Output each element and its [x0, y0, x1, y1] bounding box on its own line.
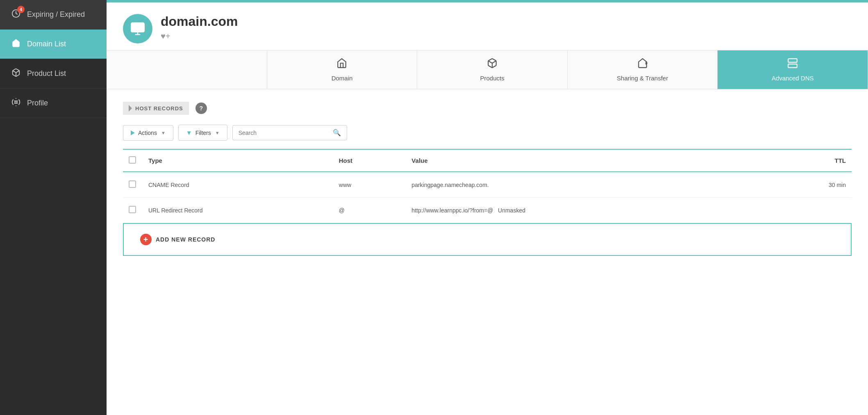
- actions-chevron: ▼: [161, 130, 166, 135]
- search-icon[interactable]: 🔍: [333, 129, 341, 137]
- row2-value: http://www.learnppc.io/?from=@ Unmasked: [406, 198, 768, 223]
- sidebar-item-expiring-label: Expiring / Expired: [27, 10, 85, 19]
- sidebar: Expiring / Expired 4 Domain List Product…: [0, 0, 107, 415]
- advanced-dns-tab-icon: [787, 58, 798, 71]
- row1-host: www: [333, 172, 406, 198]
- tab-products[interactable]: Products: [417, 50, 568, 89]
- sharing-tab-icon: [637, 58, 648, 71]
- row2-host: @: [333, 198, 406, 223]
- domain-info: domain.com ♥+: [161, 14, 238, 41]
- domain-avatar: [123, 14, 152, 43]
- filters-chevron: ▼: [215, 130, 220, 135]
- col-checkbox: [123, 149, 143, 172]
- domain-list-icon: [11, 39, 20, 50]
- add-new-record-button[interactable]: + ADD NEW RECORD: [140, 234, 215, 245]
- tab-domain-label: Domain: [332, 75, 353, 82]
- col-ttl: TTL: [768, 149, 852, 172]
- row1-checkbox[interactable]: [129, 180, 136, 188]
- col-type: Type: [143, 149, 333, 172]
- table-header-row: Type Host Value TTL: [123, 149, 852, 172]
- add-record-row: + ADD NEW RECORD: [123, 223, 852, 256]
- col-host: Host: [333, 149, 406, 172]
- expiring-badge: 4: [17, 6, 25, 13]
- plus-circle-icon: +: [140, 234, 152, 245]
- svg-point-2: [15, 101, 17, 103]
- sidebar-item-domain-list-label: Domain List: [27, 40, 66, 48]
- table-row: CNAME Record www parkingpage.namecheap.c…: [123, 172, 852, 198]
- tab-sharing-label: Sharing & Transfer: [617, 75, 668, 82]
- search-input[interactable]: [239, 130, 333, 136]
- sidebar-item-profile-label: Profile: [27, 99, 48, 107]
- tab-advanced-dns[interactable]: Advanced DNS: [718, 50, 868, 89]
- row2-type: URL Redirect Record: [143, 198, 333, 223]
- add-record-label: ADD NEW RECORD: [156, 236, 215, 243]
- actions-label: Actions: [138, 130, 157, 136]
- tab-spacer: [107, 50, 267, 89]
- row1-ttl: 30 min: [768, 172, 852, 198]
- select-all-checkbox[interactable]: [129, 156, 136, 164]
- sidebar-item-profile[interactable]: Profile: [0, 89, 107, 118]
- play-icon: [131, 130, 135, 135]
- search-box: 🔍: [232, 125, 347, 140]
- dns-records-table: Type Host Value TTL CNAME Record www par…: [123, 149, 852, 223]
- tab-domain[interactable]: Domain: [267, 50, 418, 89]
- domain-favorite-icon[interactable]: ♥+: [161, 32, 238, 41]
- products-tab-icon: [487, 58, 498, 71]
- host-records-label: HOST RECORDS: [123, 102, 189, 115]
- filters-label: Filters: [195, 130, 211, 136]
- sidebar-item-product-list[interactable]: Product List: [0, 59, 107, 89]
- tab-advanced-dns-label: Advanced DNS: [772, 75, 814, 82]
- actions-button[interactable]: Actions ▼: [123, 125, 173, 141]
- row2-ttl: [768, 198, 852, 223]
- product-list-icon: [11, 68, 20, 79]
- profile-icon: [11, 98, 20, 109]
- row1-value: parkingpage.namecheap.com.: [406, 172, 768, 198]
- row1-type: CNAME Record: [143, 172, 333, 198]
- section-header: HOST RECORDS ?: [123, 102, 852, 115]
- row2-checkbox-cell: [123, 198, 143, 223]
- table-row: URL Redirect Record @ http://www.learnpp…: [123, 198, 852, 223]
- filters-button[interactable]: ▼ Filters ▼: [178, 125, 227, 141]
- domain-header: domain.com ♥+: [107, 2, 868, 50]
- dns-content: HOST RECORDS ? Actions ▼ ▼ Filters ▼ 🔍: [107, 89, 868, 415]
- sidebar-item-product-list-label: Product List: [27, 69, 66, 78]
- domain-tab-icon: [336, 58, 347, 71]
- help-icon[interactable]: ?: [195, 103, 207, 114]
- svg-rect-8: [788, 59, 797, 62]
- tab-products-label: Products: [480, 75, 504, 82]
- row2-checkbox[interactable]: [129, 206, 136, 213]
- col-value: Value: [406, 149, 768, 172]
- tab-sharing-transfer[interactable]: Sharing & Transfer: [568, 50, 718, 89]
- svg-rect-3: [131, 23, 144, 32]
- filter-icon: ▼: [186, 129, 192, 136]
- tabs-bar: Domain Products Sharing & Transfer: [107, 50, 868, 89]
- toolbar: Actions ▼ ▼ Filters ▼ 🔍: [123, 125, 852, 141]
- row1-checkbox-cell: [123, 172, 143, 198]
- svg-rect-9: [788, 64, 797, 68]
- sidebar-item-domain-list[interactable]: Domain List: [0, 30, 107, 59]
- main-content: domain.com ♥+ Domain Product: [107, 0, 868, 415]
- domain-name: domain.com: [161, 14, 238, 29]
- sidebar-item-expiring[interactable]: Expiring / Expired 4: [0, 0, 107, 30]
